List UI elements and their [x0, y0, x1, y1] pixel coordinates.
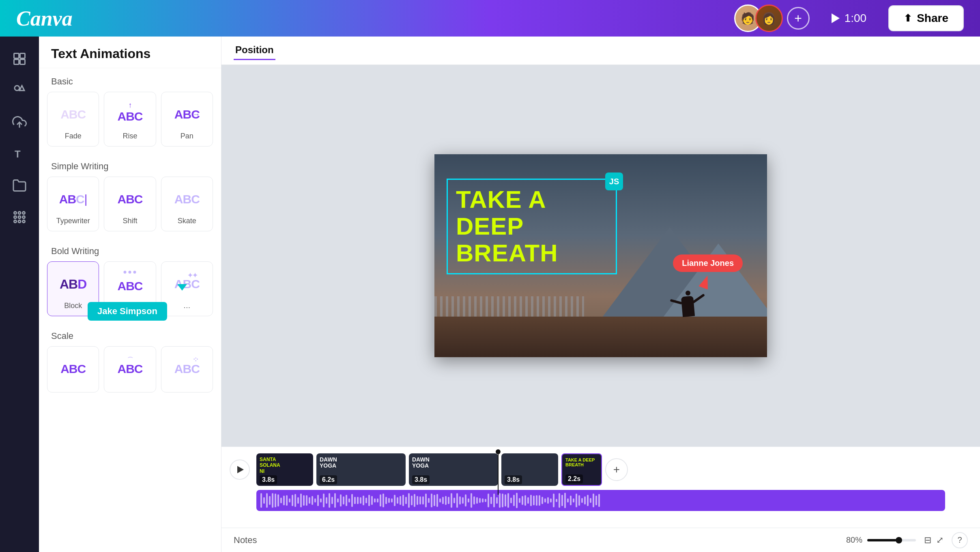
scale-grid: ABC ⌒ ABC ·:· ABC [39, 346, 221, 399]
third-label: … [183, 302, 191, 310]
clip-5-duration: 2.2s [565, 474, 583, 483]
anim-typewriter[interactable]: ABC| Typewriter [47, 177, 99, 231]
svg-point-12 [18, 216, 21, 218]
typewriter-preview: ABC| [59, 185, 87, 213]
zoom-thumb[interactable] [896, 537, 902, 543]
cursor-area [701, 275, 710, 288]
pan-label: Pan [181, 132, 193, 140]
skate-label: Skate [178, 217, 196, 225]
sidebar-item-folder[interactable] [5, 171, 34, 200]
sidebar-item-apps[interactable] [5, 203, 34, 231]
typewriter-label: Typewriter [56, 217, 90, 225]
shift-label: Shift [122, 217, 137, 225]
help-button[interactable]: ? [952, 532, 968, 548]
section-scale-label: Scale [39, 323, 221, 346]
clip-2[interactable]: DAWNYOGA 6.2s [316, 453, 406, 486]
play-icon [237, 466, 244, 473]
ground [434, 317, 767, 357]
add-clip-button[interactable]: + [605, 458, 628, 481]
main-layout: T Text Animations Basic ABC Fade [0, 37, 980, 552]
clip-1-duration: 3.8s [260, 475, 277, 484]
grid-view-icon[interactable]: ⊟ [924, 535, 931, 546]
jake-arrow [177, 284, 187, 291]
svg-point-10 [23, 212, 25, 214]
sidebar-item-home[interactable] [5, 45, 34, 73]
clip-5-selected[interactable]: TAKE A DEEPBREATH 2.2s [561, 453, 602, 486]
scrubber[interactable] [496, 453, 501, 486]
sidebar-item-upload[interactable] [5, 108, 34, 136]
play-button[interactable] [230, 459, 250, 480]
svg-point-15 [18, 220, 21, 223]
svg-text:T: T [15, 149, 21, 160]
clip-2-duration: 6.2s [320, 475, 337, 484]
sidebar-item-elements[interactable] [5, 76, 34, 105]
anim-skate[interactable]: ABC Skate [161, 177, 213, 231]
svg-point-9 [18, 212, 21, 214]
avatar-user2[interactable]: 👩 [755, 4, 783, 32]
canvas-text-box[interactable]: JS TAKE A DEEP BREATH [447, 179, 617, 274]
clip-3-label: DAWNYOGA [412, 457, 430, 469]
expand-icon[interactable]: ⤢ [936, 535, 943, 546]
block-preview: ABD [60, 270, 86, 298]
pan-preview: → ABC [174, 100, 200, 129]
anim-pan[interactable]: → ABC Pan [161, 92, 213, 147]
top-tabs: Position [221, 37, 980, 65]
bottom-bar: Notes 80% ⊟ ⤢ ? [221, 528, 980, 552]
canvas-area: JS TAKE A DEEP BREATH Lianne Jones [221, 65, 980, 446]
fade-label: Fade [65, 132, 82, 140]
shift-preview: ABC [117, 185, 142, 213]
timeline-controls: SANTASOLANANI 3.8s DAWNYOGA 6.2s DAWNYOG… [230, 453, 972, 486]
svg-rect-1 [20, 54, 25, 58]
tab-position[interactable]: Position [234, 41, 275, 60]
fade-preview: ABC [60, 100, 86, 129]
header: Canva 🧑 👩 + 1:00 ⬆ Share [0, 0, 980, 37]
timeline: SANTASOLANANI 3.8s DAWNYOGA 6.2s DAWNYOG… [221, 446, 980, 528]
panel-title: Text Animations [51, 46, 209, 61]
add-collaborator-button[interactable]: + [787, 7, 810, 30]
anim-scale3[interactable]: ·:· ABC [161, 346, 213, 392]
content-area: Position [221, 37, 980, 552]
anim-fade[interactable]: ABC Fade [47, 92, 99, 147]
svg-point-8 [14, 212, 17, 214]
rise-preview: ↑ ABC [117, 100, 142, 129]
anim-shift[interactable]: ABC Shift [104, 177, 156, 231]
svg-point-13 [23, 216, 25, 218]
cursor-arrow-icon [698, 274, 712, 289]
panel-header: Text Animations [39, 37, 221, 68]
anim-scale1[interactable]: ABC [47, 346, 99, 392]
anim-scale2[interactable]: ⌒ ABC [104, 346, 156, 392]
canvas-text-line2: BREATH [456, 240, 608, 267]
svg-rect-0 [14, 54, 19, 58]
clip-1[interactable]: SANTASOLANANI 3.8s [256, 453, 313, 486]
zoom-slider[interactable] [867, 539, 916, 541]
scale1-preview: ABC [60, 355, 86, 383]
timeline-track: SANTASOLANANI 3.8s DAWNYOGA 6.2s DAWNYOG… [256, 453, 972, 486]
clip-5-label: TAKE A DEEPBREATH [565, 457, 595, 467]
play-time-display[interactable]: 1:00 [822, 7, 877, 30]
anim-rise[interactable]: ↑ ABC Rise [104, 92, 156, 147]
avatar-group: 🧑 👩 + [734, 4, 810, 32]
audio-row [230, 490, 972, 511]
clip-2-label: DAWNYOGA [320, 457, 337, 469]
share-icon: ⬆ [904, 13, 912, 24]
share-button[interactable]: ⬆ Share [888, 5, 964, 31]
audio-track[interactable] [256, 490, 945, 511]
zoom-percent: 80% [846, 535, 862, 545]
clip-4[interactable]: 3.8s [501, 453, 558, 486]
logo: Canva [16, 6, 73, 30]
scale3-preview: ·:· ABC [174, 355, 200, 383]
clip-3[interactable]: DAWNYOGA 3.8s [409, 453, 498, 486]
header-right: 🧑 👩 + 1:00 ⬆ Share [734, 4, 964, 32]
zoom-control: 80% [846, 535, 916, 545]
sidebar-item-text[interactable]: T [5, 140, 34, 168]
clip-3-duration: 3.8s [412, 475, 430, 484]
canvas[interactable]: JS TAKE A DEEP BREATH Lianne Jones [434, 154, 767, 357]
sidebar: T [0, 37, 39, 552]
skate-preview: ABC [174, 185, 200, 213]
waveform [260, 490, 941, 511]
canvas-text-line1: TAKE A DEEP [456, 186, 608, 240]
section-simple-label: Simple Writing [39, 153, 221, 177]
block-label: Block [64, 302, 82, 310]
section-bold-label: Bold Writing [39, 238, 221, 261]
notes-label: Notes [234, 535, 838, 546]
